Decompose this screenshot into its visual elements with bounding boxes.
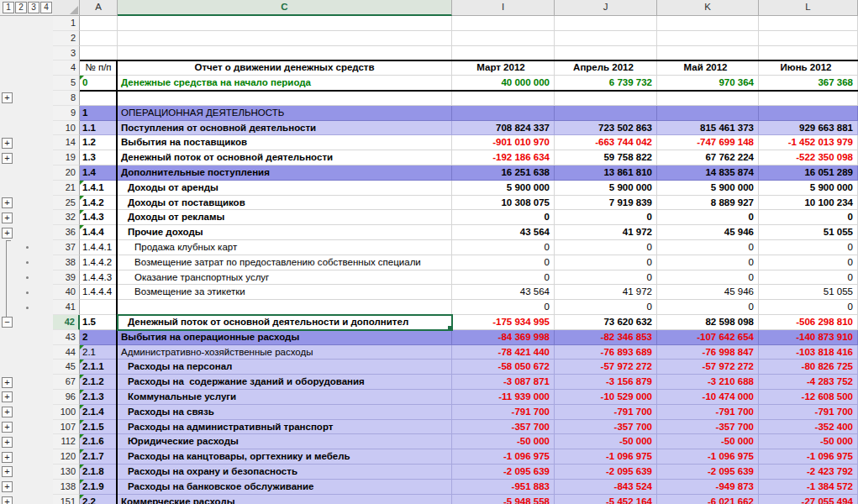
cell-index[interactable]: № п/п bbox=[80, 60, 118, 76]
cell-value[interactable]: -1 452 013 979 bbox=[759, 135, 858, 150]
cell-index[interactable]: 2.1.5 bbox=[80, 420, 118, 435]
cell-index[interactable] bbox=[80, 46, 118, 61]
row-header[interactable]: 25 bbox=[53, 196, 80, 211]
cell-label[interactable]: Административно-хозяйственные расходы bbox=[118, 345, 452, 360]
row-header[interactable]: 151 bbox=[53, 495, 80, 504]
cell-value[interactable] bbox=[759, 46, 858, 61]
column-header-C[interactable]: C bbox=[118, 0, 452, 16]
cell-value[interactable]: 0 bbox=[657, 240, 759, 255]
cell-index[interactable]: 1.4.4 bbox=[80, 225, 118, 240]
cell-value[interactable]: -76 998 847 bbox=[657, 345, 759, 360]
outline-level-button[interactable]: 3 bbox=[28, 2, 39, 13]
outline-expand-button[interactable]: + bbox=[2, 437, 13, 448]
selection-fill-handle[interactable] bbox=[447, 325, 452, 330]
cell-value[interactable]: -791 700 bbox=[657, 405, 759, 420]
row-header[interactable]: 138 bbox=[53, 480, 80, 495]
cell-value[interactable]: 73 620 632 bbox=[555, 315, 657, 330]
cell-value[interactable]: 0 bbox=[555, 300, 657, 315]
cell-value[interactable]: 10 100 234 bbox=[759, 196, 858, 211]
cell-index[interactable]: 2.1.3 bbox=[80, 390, 118, 405]
selected-cell[interactable]: Денежный поток от основной деятельности … bbox=[118, 315, 452, 330]
cell-index[interactable]: 2 bbox=[80, 330, 118, 345]
outline-expand-button[interactable]: + bbox=[2, 197, 13, 208]
outline-expand-button[interactable]: + bbox=[2, 153, 13, 164]
cell-value[interactable]: 7 919 839 bbox=[555, 196, 657, 211]
cell-index[interactable]: 2.1.9 bbox=[80, 480, 118, 495]
cell-value[interactable]: 51 055 bbox=[759, 225, 858, 240]
outline-level-button[interactable]: 1 bbox=[3, 2, 14, 13]
cell-label[interactable]: Возмещение затрат по предоставлению собс… bbox=[118, 255, 452, 270]
cell-index[interactable]: 2.1.6 bbox=[80, 434, 118, 449]
row-header[interactable]: 2 bbox=[53, 31, 80, 46]
cell-value[interactable]: 0 bbox=[555, 255, 657, 270]
cell-value[interactable]: 6 739 732 bbox=[555, 76, 657, 91]
cell-value[interactable] bbox=[452, 91, 555, 106]
cell-index[interactable]: 2.2 bbox=[80, 495, 118, 504]
cell-value[interactable]: -3 210 688 bbox=[657, 375, 759, 390]
cell-value[interactable]: 0 bbox=[555, 270, 657, 286]
cell-value[interactable]: -78 421 440 bbox=[452, 345, 555, 360]
cell-value[interactable]: 59 758 822 bbox=[555, 150, 657, 165]
cell-label[interactable] bbox=[118, 91, 452, 106]
cell-value[interactable]: 723 502 863 bbox=[555, 121, 657, 136]
cell-value[interactable]: 0 bbox=[657, 255, 759, 270]
cell-value[interactable]: -3 087 871 bbox=[452, 375, 555, 390]
cell-value[interactable]: 367 368 bbox=[759, 76, 858, 91]
cell-value[interactable]: -50 000 bbox=[759, 434, 858, 449]
cell-value[interactable]: -747 699 148 bbox=[657, 135, 759, 150]
cell-label[interactable]: Расходы на связь bbox=[118, 405, 452, 420]
row-header[interactable]: 41 bbox=[53, 300, 80, 315]
row-header[interactable]: 96 bbox=[53, 390, 80, 405]
outline-level-button[interactable]: 2 bbox=[15, 2, 27, 13]
cell-value[interactable] bbox=[759, 16, 858, 31]
cell-value[interactable] bbox=[555, 46, 657, 61]
column-header-A[interactable]: A bbox=[80, 0, 118, 16]
cell-value[interactable]: -50 000 bbox=[657, 434, 759, 449]
row-header[interactable]: 19 bbox=[53, 150, 80, 165]
cell-label[interactable]: Денежный поток от основной деятельности bbox=[118, 150, 452, 165]
cell-value[interactable]: Март 2012 bbox=[452, 60, 555, 76]
cell-index[interactable] bbox=[80, 91, 118, 106]
cell-index[interactable]: 1.3 bbox=[80, 150, 118, 165]
cell-label[interactable]: Расходы на персонал bbox=[118, 360, 452, 375]
cell-value[interactable]: -103 818 416 bbox=[759, 345, 858, 360]
outline-expand-button[interactable]: + bbox=[2, 422, 13, 433]
cell-value[interactable]: 0 bbox=[759, 300, 858, 315]
cell-index[interactable]: 1.1 bbox=[80, 121, 118, 136]
cell-value[interactable]: -107 642 654 bbox=[657, 330, 759, 345]
row-header[interactable]: 39 bbox=[53, 270, 80, 286]
cell-value[interactable]: -175 934 995 bbox=[452, 315, 555, 330]
cell-value[interactable]: 82 598 098 bbox=[657, 315, 759, 330]
cell-value[interactable]: -843 524 bbox=[555, 480, 657, 495]
cell-value[interactable]: 0 bbox=[759, 210, 858, 225]
cell-value[interactable] bbox=[452, 106, 555, 121]
cell-value[interactable]: -10 529 000 bbox=[555, 390, 657, 405]
cell-value[interactable]: -522 350 098 bbox=[759, 150, 858, 165]
cell-index[interactable]: 1.4.3 bbox=[80, 210, 118, 225]
cell-label[interactable] bbox=[118, 46, 452, 61]
cell-label[interactable]: Выбытия на операционные расходы bbox=[118, 330, 452, 345]
cell-value[interactable]: -6 021 662 bbox=[657, 495, 759, 504]
cell-index[interactable] bbox=[80, 31, 118, 46]
outline-expand-button[interactable]: + bbox=[2, 377, 13, 388]
cell-index[interactable]: 1.4.4.3 bbox=[80, 270, 118, 286]
cell-label[interactable]: Расходы на административный транспорт bbox=[118, 420, 452, 435]
cell-value[interactable] bbox=[452, 46, 555, 61]
select-all-corner[interactable] bbox=[53, 0, 80, 16]
cell-label[interactable]: Расходы на банковское обслуживание bbox=[118, 480, 452, 495]
cell-index[interactable]: 2.1 bbox=[80, 345, 118, 360]
row-header[interactable]: 42 bbox=[53, 315, 80, 330]
cell-value[interactable]: 0 bbox=[657, 300, 759, 315]
cell-label[interactable]: Выбытия на поставщиков bbox=[118, 135, 452, 150]
cell-value[interactable]: -357 700 bbox=[555, 420, 657, 435]
cell-value[interactable]: -357 700 bbox=[452, 420, 555, 435]
row-header[interactable]: 20 bbox=[53, 165, 80, 181]
outline-expand-button[interactable]: + bbox=[2, 496, 13, 504]
cell-value[interactable]: -12 608 500 bbox=[759, 390, 858, 405]
cell-label[interactable]: Продажа клубных карт bbox=[118, 240, 452, 255]
outline-expand-button[interactable]: + bbox=[2, 228, 13, 239]
cell-value[interactable]: -1 096 975 bbox=[759, 449, 858, 465]
cell-value[interactable]: 5 900 000 bbox=[759, 181, 858, 196]
cell-label[interactable]: Возмещение за этикетки bbox=[118, 285, 452, 300]
row-header[interactable]: 107 bbox=[53, 420, 80, 435]
